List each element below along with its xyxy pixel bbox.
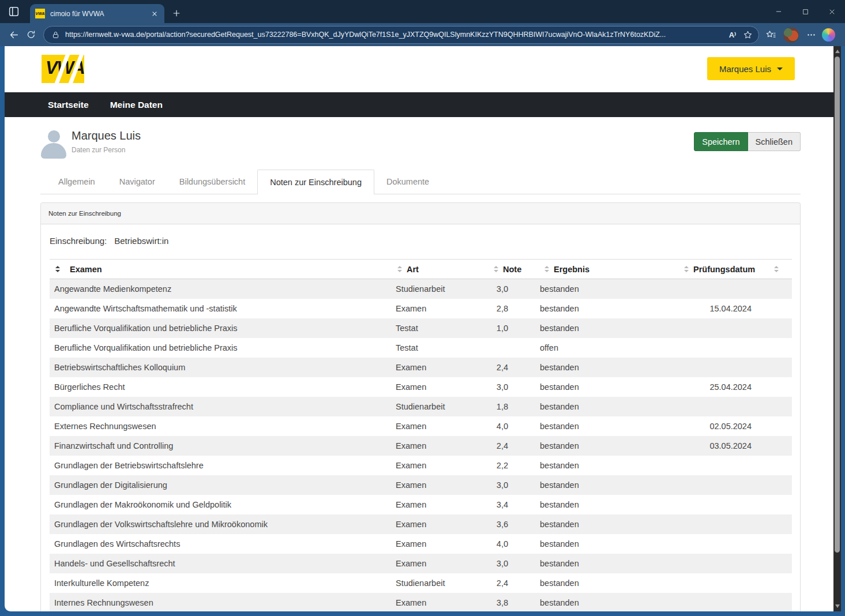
tab-1[interactable]: Navigator — [107, 170, 167, 194]
page-scrollbar[interactable] — [833, 46, 841, 611]
column-header-0[interactable]: Examen — [50, 265, 396, 274]
cell-art: Studienarbeit — [396, 402, 494, 411]
refresh-icon[interactable] — [22, 26, 40, 43]
cell-art: Examen — [396, 500, 494, 509]
back-icon[interactable] — [5, 26, 22, 43]
scrollbar-up-icon[interactable] — [835, 50, 840, 53]
cell-art: Studienarbeit — [396, 579, 494, 588]
new-tab-icon[interactable] — [171, 7, 182, 19]
column-header-1[interactable]: Art — [396, 265, 494, 274]
cell-note: 2,4 — [494, 441, 540, 450]
tab-3[interactable]: Noten zur Einschreibung — [257, 170, 374, 194]
grades-panel: Noten zur Einschreibung Einschreibung: B… — [40, 202, 801, 611]
url-text[interactable]: https://lernwelt.w-vwa.de/portal/action?… — [65, 31, 725, 39]
address-bar[interactable]: https://lernwelt.w-vwa.de/portal/action?… — [43, 26, 759, 44]
table-header-row: ExamenArtNoteErgebnisPrüfungsdatum — [50, 259, 792, 279]
browser-tab[interactable]: VWA cimoio für WVWA — [30, 4, 164, 23]
sort-icon — [494, 266, 498, 272]
nav-item-1[interactable]: Meine Daten — [110, 100, 163, 110]
nav-item-0[interactable]: Startseite — [48, 100, 89, 110]
table-row: Grundlagen der BetriebswirtschaftslehreE… — [50, 456, 792, 475]
page-content: Marques Luis Daten zur Person Speichern … — [5, 117, 833, 611]
cell-ergebnis: bestanden — [540, 441, 681, 450]
close-button[interactable]: Schließen — [748, 132, 801, 151]
cell-ergebnis: bestanden — [540, 520, 681, 529]
table-row: Berufliche Vorqualifikation und betriebl… — [50, 318, 792, 338]
table-row: Externes RechnungswesenExamen4,0bestande… — [50, 416, 792, 436]
action-buttons: Speichern Schließen — [694, 132, 801, 151]
cell-note: 2,4 — [494, 363, 540, 372]
tab-actions-icon[interactable] — [7, 5, 20, 18]
cell-note: 4,0 — [494, 422, 540, 431]
column-label: Art — [407, 265, 419, 274]
minimize-icon[interactable] — [765, 0, 792, 23]
cell-examen: Finanzwirtschaft und Controlling — [50, 441, 396, 450]
cell-ergebnis: bestanden — [540, 284, 681, 294]
table-row: Grundlagen der Volkswirtschaftslehre und… — [50, 514, 792, 534]
cell-examen: Angewandte Wirtschaftsmathematik und -st… — [50, 304, 396, 313]
cell-note: 3,8 — [494, 598, 540, 607]
tab-0[interactable]: Allgemein — [46, 170, 107, 194]
column-label: Examen — [70, 265, 102, 274]
cell-pruefungsdatum: 15.04.2024 — [681, 304, 760, 313]
cell-art: Examen — [396, 520, 494, 529]
cell-art: Examen — [396, 382, 494, 392]
favorites-bar-icon[interactable] — [763, 26, 780, 43]
cell-ergebnis: bestanden — [540, 598, 681, 607]
browser-titlebar: VWA cimoio für WVWA — [0, 0, 845, 23]
cell-ergebnis: bestanden — [540, 324, 681, 333]
table-row: Finanzwirtschaft und ControllingExamen2,… — [50, 436, 792, 456]
enrollment-label: Einschreibung: — [50, 236, 107, 246]
cell-examen: Betriebswirtschaftliches Kolloquium — [50, 363, 396, 372]
save-button[interactable]: Speichern — [694, 132, 748, 151]
cell-examen: Grundlagen der Makroökonomik und Geldpol… — [50, 500, 396, 509]
cell-art: Testat — [396, 343, 494, 352]
lock-icon[interactable] — [51, 31, 60, 39]
column-header-2[interactable]: Note — [494, 265, 540, 274]
column-header-4[interactable]: Prüfungsdatum — [681, 265, 760, 274]
window-body: VWA Marques Luis StartseiteMeine Daten M… — [5, 46, 841, 611]
table-row: Angewandte MedienkompetenzStudienarbeit3… — [50, 279, 792, 299]
vwa-logo[interactable]: VWA — [42, 55, 84, 83]
tab-close-icon[interactable] — [150, 9, 159, 18]
table-row: Compliance und WirtschaftsstrafrechtStud… — [50, 397, 792, 416]
more-menu-icon[interactable] — [802, 26, 820, 43]
cell-examen: Internes Rechnungswesen — [50, 598, 396, 607]
table-row: Interkulturelle KompetenzStudienarbeit2,… — [50, 573, 792, 593]
column-header-trailing[interactable] — [760, 266, 792, 272]
panel-body: Einschreibung: Betriebswirt:in ExamenArt… — [41, 224, 800, 611]
cell-art: Examen — [396, 539, 494, 549]
cell-note: 2,8 — [494, 304, 540, 313]
table-row: Angewandte Wirtschaftsmathematik und -st… — [50, 299, 792, 318]
column-header-3[interactable]: Ergebnis — [540, 265, 681, 274]
table-row: Grundlagen der Makroökonomik und Geldpol… — [50, 495, 792, 514]
scrollbar-thumb[interactable] — [835, 57, 840, 553]
profile-avatar-icon[interactable] — [783, 27, 799, 43]
maximize-icon[interactable] — [792, 0, 818, 23]
copilot-icon[interactable] — [822, 28, 835, 42]
user-menu-button[interactable]: Marques Luis — [707, 57, 795, 80]
table-row: Internes RechnungswesenExamen3,8bestande… — [50, 593, 792, 611]
cell-note: 1,8 — [494, 402, 540, 411]
person-subtitle: Daten zur Person — [72, 146, 141, 154]
scrollbar-down-icon[interactable] — [835, 604, 840, 608]
close-window-icon[interactable] — [818, 0, 845, 23]
tab-4[interactable]: Dokumente — [374, 170, 441, 194]
sort-icon — [774, 266, 779, 272]
read-aloud-icon[interactable]: A⁾ — [725, 27, 740, 42]
cell-note: 4,0 — [494, 539, 540, 549]
cell-note: 2,2 — [494, 461, 540, 470]
cell-examen: Grundlagen der Betriebswirtschaftslehre — [50, 461, 396, 470]
favorite-star-icon[interactable] — [740, 27, 755, 42]
panel-title: Noten zur Einschreibung — [41, 203, 800, 224]
cell-art: Testat — [396, 324, 494, 333]
cell-examen: Bürgerliches Recht — [50, 382, 396, 392]
cell-note: 2,4 — [494, 579, 540, 588]
cell-examen: Berufliche Vorqualifikation und betriebl… — [50, 324, 396, 333]
cell-examen: Externes Rechnungswesen — [50, 422, 396, 431]
page: VWA Marques Luis StartseiteMeine Daten M… — [5, 46, 833, 611]
cell-note: 1,0 — [494, 324, 540, 333]
column-label: Prüfungsdatum — [693, 265, 755, 274]
cell-note: 3,0 — [494, 559, 540, 568]
tab-2[interactable]: Bildungsübersicht — [167, 170, 257, 194]
